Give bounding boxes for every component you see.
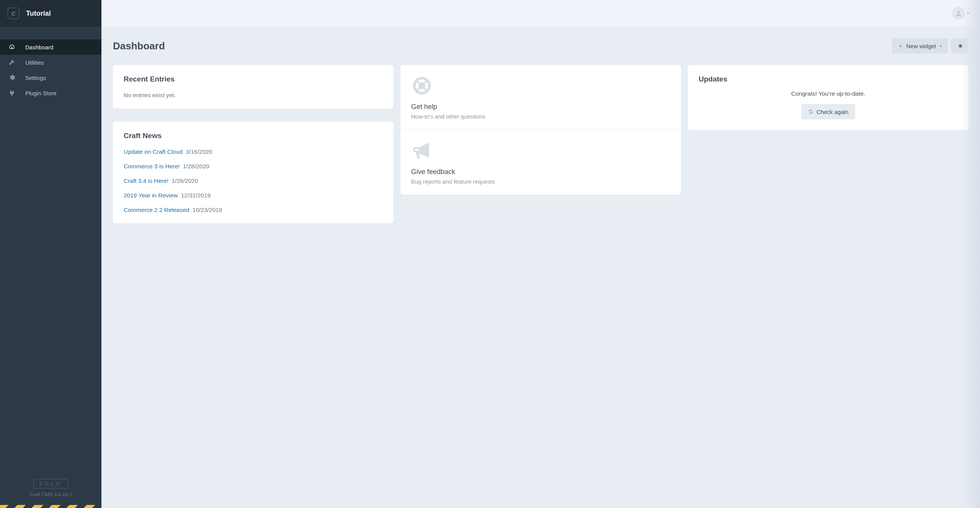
sidebar-footer: SOLO Craft CMS 3.4.10.1 xyxy=(0,479,101,508)
support-subtitle: Bug reports and feature requests xyxy=(411,178,670,185)
widget-recent-entries: Recent Entries No entries exist yet. xyxy=(113,65,394,109)
support-give-feedback[interactable]: Give feedback Bug reports and feature re… xyxy=(400,130,681,195)
news-item: Update on Craft Cloud 3/16/2020 xyxy=(124,148,383,155)
user-menu[interactable]: ▾ xyxy=(952,7,969,20)
wrench-icon xyxy=(8,59,15,66)
support-title: Get help xyxy=(411,103,670,111)
chevron-down-icon: ▾ xyxy=(940,44,942,48)
page-title: Dashboard xyxy=(113,40,165,52)
recent-entries-empty: No entries exist yet. xyxy=(124,92,383,99)
widget-updates: Updates Congrats! You're up-to-date. Che… xyxy=(688,65,969,130)
brand-logo: C xyxy=(8,8,19,19)
news-link[interactable]: Update on Craft Cloud xyxy=(124,148,183,155)
check-again-label: Check again xyxy=(817,109,848,115)
widget-craft-support: Get help How-to's and other questions Gi… xyxy=(400,65,681,195)
support-get-help[interactable]: Get help How-to's and other questions xyxy=(400,65,681,130)
brand[interactable]: C Tutorial xyxy=(0,0,101,27)
support-subtitle: How-to's and other questions xyxy=(411,113,670,120)
chevron-down-icon: ▾ xyxy=(967,11,969,16)
version-label: Craft CMS 3.4.10.1 xyxy=(0,492,101,497)
sidebar-item-settings[interactable]: Settings xyxy=(0,70,101,85)
plus-icon xyxy=(898,44,903,49)
sidebar-item-label: Dashboard xyxy=(25,44,53,50)
sidebar: C Tutorial Dashboard Utilities Settings xyxy=(0,0,101,508)
refresh-icon xyxy=(808,109,813,114)
sidebar-item-label: Utilities xyxy=(25,59,44,66)
updates-message: Congrats! You're up-to-date. xyxy=(699,90,958,97)
widget-title: Updates xyxy=(699,75,958,83)
widget-title: Craft News xyxy=(124,132,383,140)
news-link[interactable]: Commerce 3 is Here! xyxy=(124,163,180,169)
new-widget-label: New widget xyxy=(906,43,936,49)
news-date: 1/28/2020 xyxy=(183,163,209,169)
brand-name: Tutorial xyxy=(26,10,51,18)
gauge-icon xyxy=(8,44,15,50)
bullhorn-icon xyxy=(411,140,670,163)
news-link[interactable]: Craft 3.4 is Here! xyxy=(124,177,168,184)
sidebar-item-label: Plugin Store xyxy=(25,90,57,96)
check-again-button[interactable]: Check again xyxy=(801,104,855,119)
sidebar-item-dashboard[interactable]: Dashboard xyxy=(0,39,101,55)
topbar: ▾ xyxy=(101,0,980,27)
news-date: 1/28/2020 xyxy=(172,177,198,184)
sidebar-item-utilities[interactable]: Utilities xyxy=(0,55,101,70)
news-link[interactable]: 2019 Year in Review xyxy=(124,192,178,199)
news-item: 2019 Year in Review 12/31/2019 xyxy=(124,192,383,199)
dev-mode-stripe xyxy=(0,505,101,508)
new-widget-button[interactable]: New widget ▾ xyxy=(892,38,948,54)
sidebar-item-plugin-store[interactable]: Plugin Store xyxy=(0,85,101,101)
news-date: 12/31/2019 xyxy=(181,192,211,199)
sidebar-item-label: Settings xyxy=(25,75,46,81)
widget-title: Recent Entries xyxy=(124,75,383,83)
support-title: Give feedback xyxy=(411,168,670,176)
main: ▾ Dashboard New widget ▾ xyxy=(101,0,980,508)
news-date: 3/16/2020 xyxy=(186,148,212,155)
news-item: Commerce 2.2 Released 10/23/2019 xyxy=(124,207,383,213)
gear-icon xyxy=(957,44,962,49)
news-date: 10/23/2019 xyxy=(193,207,222,213)
gear-icon xyxy=(8,74,15,81)
plug-icon xyxy=(8,90,15,96)
news-item: Commerce 3 is Here! 1/28/2020 xyxy=(124,163,383,170)
widget-craft-news: Craft News Update on Craft Cloud 3/16/20… xyxy=(113,122,394,223)
dashboard-settings-button[interactable] xyxy=(951,38,969,54)
edition-badge[interactable]: SOLO xyxy=(33,479,68,488)
lifebuoy-icon xyxy=(411,75,670,98)
page-header: Dashboard New widget ▾ xyxy=(113,38,969,54)
news-item: Craft 3.4 is Here! 1/28/2020 xyxy=(124,177,383,184)
news-link[interactable]: Commerce 2.2 Released xyxy=(124,207,189,213)
avatar xyxy=(952,7,965,20)
